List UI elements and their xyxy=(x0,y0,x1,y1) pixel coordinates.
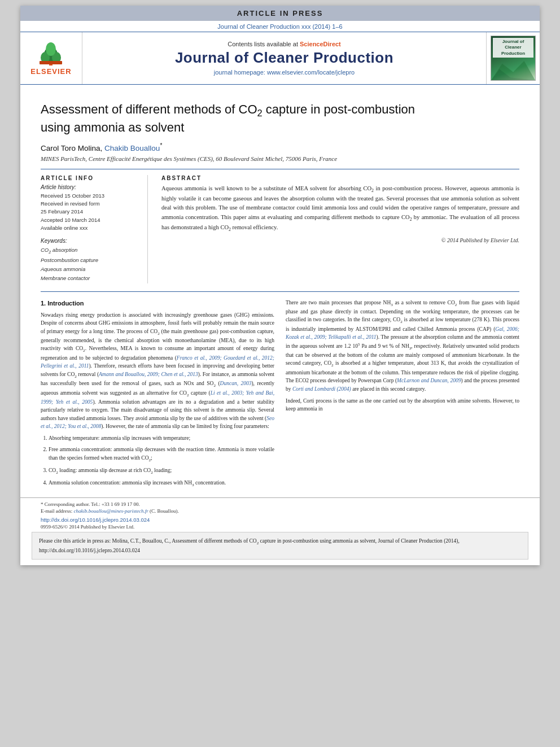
journal-ref-line: Journal of Cleaner Production xxx (2014)… xyxy=(20,21,540,32)
keyword-3: Aqueous ammonia xyxy=(41,265,139,274)
received-date: Received 15 October 2013 xyxy=(41,192,139,200)
sciencedirect-line: Contents lists available at ScienceDirec… xyxy=(228,41,341,47)
footer-section: * Corresponding author. Tel.: +33 1 69 1… xyxy=(20,497,540,532)
abstract-label: ABSTRACT xyxy=(161,175,519,181)
cleaner-prod-overlay: Journal ofCleanerProduction xyxy=(493,38,533,58)
revised-date: Received in revised form25 February 2014 xyxy=(41,200,139,216)
article-title: Assessment of different methods of CO2 c… xyxy=(41,102,519,136)
ref-duncan[interactable]: Duncan, 2003 xyxy=(220,381,252,386)
citation-bar: Please cite this article in press as: Mo… xyxy=(32,532,528,560)
header-center: Contents lists available at ScienceDirec… xyxy=(82,32,486,84)
corresponding-note: * Corresponding author. Tel.: +33 1 69 1… xyxy=(41,501,519,507)
svg-point-4 xyxy=(46,42,56,56)
citation-text: Please cite this article in press as: Mo… xyxy=(39,538,460,553)
keywords-label: Keywords: xyxy=(41,238,139,244)
ref-seo[interactable]: Seo et al., 2012; You et al., 2008 xyxy=(41,416,274,429)
page: ARTICLE IN PRESS Journal of Cleaner Prod… xyxy=(20,6,540,565)
header-top-bar: ELSEVIER Contents lists available at Sci… xyxy=(20,32,540,85)
journal-homepage: journal homepage: www.elsevier.com/locat… xyxy=(214,69,355,76)
ref-franco[interactable]: Franco et al., 2009; Gouedard et al., 20… xyxy=(41,355,274,369)
article-info-col: ARTICLE INFO Article history: Received 1… xyxy=(41,175,148,283)
banner-text: ARTICLE IN PRESS xyxy=(237,9,323,18)
right-para-1: There are two main processes that propos… xyxy=(286,299,519,393)
author-1: Carol Toro Molina, xyxy=(41,144,104,152)
corresponding-text: * Corresponding author. Tel.: +33 1 69 1… xyxy=(41,501,140,507)
cleaner-prod-logo-area: Journal ofCleanerProduction xyxy=(486,32,540,84)
keywords-list: CO2 absorption Postcombustion capture Aq… xyxy=(41,246,139,283)
author-email[interactable]: chakib.bouallou@mines-paristech.fr xyxy=(73,508,148,514)
authors: Carol Toro Molina, Chakib Bouallou* xyxy=(41,142,519,152)
right-para-2: Indeed, Corti process is the same as the… xyxy=(286,397,519,413)
elsevier-logo-area: ELSEVIER xyxy=(20,32,82,84)
left-body-col: 1. Introduction Nowadays rising energy p… xyxy=(41,299,274,492)
article-info-label: ARTICLE INFO xyxy=(41,175,139,181)
doi-link[interactable]: http://dx.doi.org/10.1016/j.jclepro.2014… xyxy=(41,517,150,523)
ref-li[interactable]: Li et al., 2003; Yeh and Bai, 1999; Yeh … xyxy=(41,390,274,405)
affiliation: MINES ParisTech, Centre Efficacité Energ… xyxy=(41,155,519,162)
sciencedirect-link[interactable]: ScienceDirect xyxy=(300,41,341,47)
param-4: Ammonia solution concentration: ammonia … xyxy=(49,479,274,488)
landscape-icon xyxy=(491,58,535,80)
param-1: Absorbing temperature: ammonia slip incr… xyxy=(49,434,274,443)
email-line: E-mail address: chakib.bouallou@mines-pa… xyxy=(41,508,519,514)
intro-heading: 1. Introduction xyxy=(41,299,274,308)
param-3: CO2 loading: ammonia slip decrease at ri… xyxy=(49,466,274,476)
intro-para-1: Nowadays rising energy production is ass… xyxy=(41,311,274,430)
svg-rect-5 xyxy=(40,61,62,64)
journal-title: Journal of Cleaner Production xyxy=(175,49,393,67)
doi-line: http://dx.doi.org/10.1016/j.jclepro.2014… xyxy=(41,517,519,523)
cleaner-prod-image: Journal ofCleanerProduction xyxy=(491,36,536,81)
sciencedirect-label: Contents lists available at xyxy=(228,41,298,47)
email-label: E-mail address: xyxy=(41,508,72,514)
ref-mclarnon[interactable]: McLarnon and Duncan, 2009 xyxy=(397,378,461,383)
param-2: Free ammonia concentration: ammonia slip… xyxy=(49,445,274,464)
abstract-text: Aqueous ammonia is well known to be a su… xyxy=(161,184,519,233)
ref-amann[interactable]: Amann and Bouallou, 2009; Chen et al., 2… xyxy=(99,372,198,377)
copyright-line: © 2014 Published by Elsevier Ltd. xyxy=(161,237,519,243)
history-label: Article history: xyxy=(41,184,139,190)
right-body-col: There are two main processes that propos… xyxy=(286,299,519,492)
ref-corti[interactable]: Corti and Lombardi (2004) xyxy=(292,386,351,392)
email-suffix: (C. Bouallou). xyxy=(150,508,179,514)
body-columns: 1. Introduction Nowadays rising energy p… xyxy=(41,291,519,492)
article-in-press-banner: ARTICLE IN PRESS xyxy=(20,6,540,21)
elsevier-logo: ELSEVIER xyxy=(30,41,71,76)
available-online: Available online xxx xyxy=(41,224,139,232)
ref-gal[interactable]: Gal, 2006; Kozak et al., 2009; Telikapal… xyxy=(286,326,519,340)
elsevier-tree-icon xyxy=(34,41,68,66)
author-2[interactable]: Chakib Bouallou xyxy=(104,144,160,152)
homepage-link[interactable]: journal homepage: www.elsevier.com/locat… xyxy=(214,69,355,76)
keyword-4: Membrane contactor xyxy=(41,274,139,283)
abstract-col: ABSTRACT Aqueous ammonia is well known t… xyxy=(161,175,519,283)
info-abstract-row: ARTICLE INFO Article history: Received 1… xyxy=(41,169,519,283)
parameters-list: Absorbing temperature: ammonia slip incr… xyxy=(41,434,274,488)
keyword-2: Postcombustion capture xyxy=(41,256,139,265)
accepted-date: Accepted 10 March 2014 xyxy=(41,216,139,224)
main-content: Assessment of different methods of CO2 c… xyxy=(20,85,540,497)
keyword-1: CO2 absorption xyxy=(41,246,139,256)
elsevier-label: ELSEVIER xyxy=(30,67,71,76)
issn-line: 0959-6526/© 2014 Published by Elsevier L… xyxy=(41,524,519,530)
journal-ref-text: Journal of Cleaner Production xxx (2014)… xyxy=(217,23,342,30)
